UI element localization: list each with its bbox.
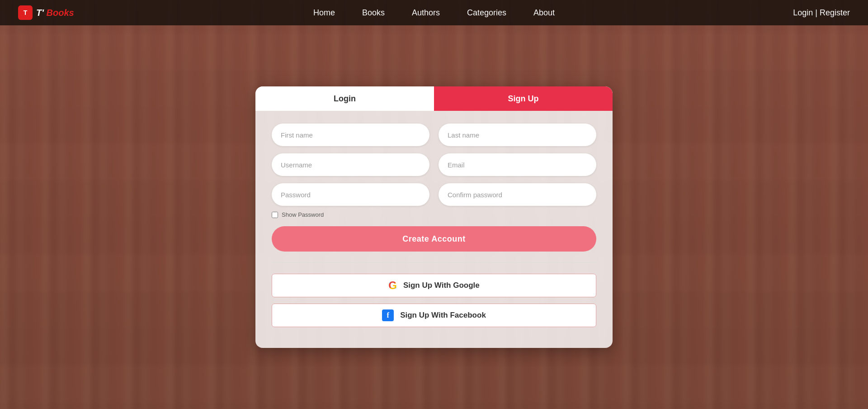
auth-tabs: Login Sign Up <box>255 86 613 111</box>
facebook-icon: f <box>382 309 394 321</box>
password-input[interactable] <box>272 183 429 206</box>
tab-login[interactable]: Login <box>255 86 434 111</box>
email-input[interactable] <box>439 153 596 176</box>
nav-authors[interactable]: Authors <box>412 8 440 18</box>
logo-icon: T <box>18 5 33 20</box>
show-password-checkbox[interactable] <box>272 212 278 218</box>
google-icon: G <box>388 279 397 292</box>
nav-about[interactable]: About <box>533 8 555 18</box>
main-content: Login Sign Up Show Password <box>0 0 868 409</box>
facebook-signup-button[interactable]: f Sign Up With Facebook <box>272 304 596 327</box>
last-name-input[interactable] <box>439 124 596 146</box>
google-signup-label: Sign Up With Google <box>403 281 480 290</box>
first-name-input[interactable] <box>272 124 429 146</box>
username-input[interactable] <box>272 153 429 176</box>
show-password-label[interactable]: Show Password <box>282 211 324 218</box>
divider <box>272 262 596 263</box>
nav-categories[interactable]: Categories <box>467 8 506 18</box>
logo[interactable]: T T' Books <box>18 5 74 20</box>
facebook-signup-label: Sign Up With Facebook <box>400 311 486 320</box>
name-row <box>272 124 596 146</box>
nav-books[interactable]: Books <box>362 8 385 18</box>
auth-card: Login Sign Up Show Password <box>255 86 613 348</box>
google-signup-button[interactable]: G Sign Up With Google <box>272 274 596 297</box>
nav-login-link[interactable]: Login <box>793 8 813 17</box>
show-password-row: Show Password <box>272 211 596 218</box>
password-row <box>272 183 596 206</box>
create-account-button[interactable]: Create Account <box>272 226 596 252</box>
username-email-row <box>272 153 596 176</box>
confirm-password-input[interactable] <box>439 183 596 206</box>
nav-links: Home Books Authors Categories About <box>313 8 555 18</box>
navbar: T T' Books Home Books Authors Categories… <box>0 0 868 25</box>
tab-signup[interactable]: Sign Up <box>434 86 613 111</box>
nav-home[interactable]: Home <box>313 8 335 18</box>
logo-text: T' Books <box>36 8 74 18</box>
nav-register-link[interactable]: Register <box>820 8 850 17</box>
nav-auth: Login | Register <box>793 8 850 18</box>
signup-form: Show Password Create Account G Sign Up W… <box>255 111 613 348</box>
